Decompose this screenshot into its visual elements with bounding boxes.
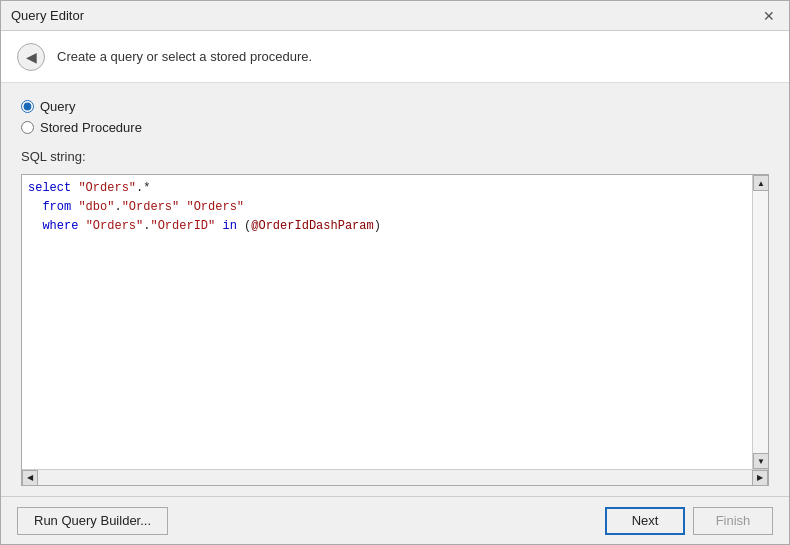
sql-editor-container: select "Orders".* from "dbo"."Orders" "O… [21,174,769,486]
query-radio[interactable] [21,100,34,113]
scroll-right-button[interactable]: ▶ [752,470,768,486]
footer-left: Run Query Builder... [17,507,168,535]
query-radio-label[interactable]: Query [21,99,769,114]
sql-main-row: select "Orders".* from "dbo"."Orders" "O… [22,175,768,469]
query-type-radio-group: Query Stored Procedure [21,99,769,135]
horizontal-scrollbar[interactable]: ◀ ▶ [22,469,768,485]
stored-procedure-radio[interactable] [21,121,34,134]
footer-right: Next Finish [605,507,773,535]
query-editor-dialog: Query Editor ✕ ◀ Create a query or selec… [0,0,790,545]
sql-label: SQL string: [21,149,769,164]
stored-procedure-radio-label[interactable]: Stored Procedure [21,120,769,135]
scroll-track-vertical[interactable] [753,191,768,453]
next-button[interactable]: Next [605,507,685,535]
close-button[interactable]: ✕ [759,9,779,23]
query-radio-text: Query [40,99,75,114]
scroll-up-button[interactable]: ▲ [753,175,768,191]
header-description: Create a query or select a stored proced… [57,49,312,64]
run-query-builder-button[interactable]: Run Query Builder... [17,507,168,535]
dialog-title: Query Editor [11,8,84,23]
stored-procedure-radio-text: Stored Procedure [40,120,142,135]
sql-text-area[interactable]: select "Orders".* from "dbo"."Orders" "O… [22,175,752,469]
back-button[interactable]: ◀ [17,43,45,71]
back-icon: ◀ [26,49,37,65]
title-bar: Query Editor ✕ [1,1,789,31]
scroll-left-button[interactable]: ◀ [22,470,38,486]
vertical-scrollbar[interactable]: ▲ ▼ [752,175,768,469]
content-area: Query Stored Procedure SQL string: selec… [1,83,789,496]
footer: Run Query Builder... Next Finish [1,496,789,544]
scroll-down-button[interactable]: ▼ [753,453,768,469]
finish-button[interactable]: Finish [693,507,773,535]
header-bar: ◀ Create a query or select a stored proc… [1,31,789,83]
